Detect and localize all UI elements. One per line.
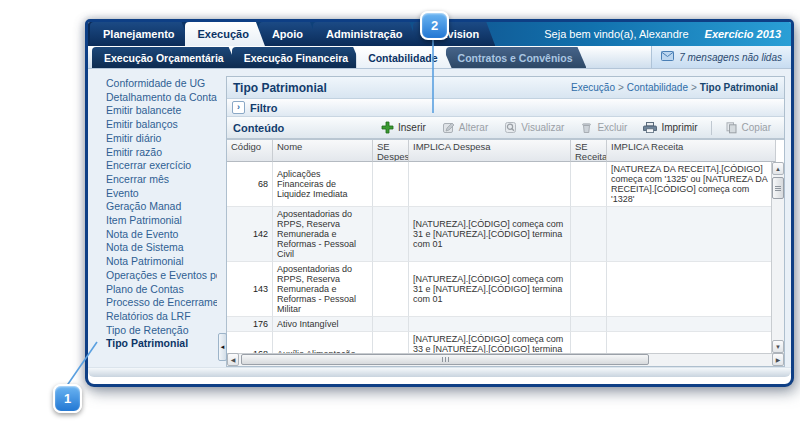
sidebar-item-geracao-manad[interactable]: Geração Manad	[93, 200, 217, 214]
sidebar-item-emitir-balancos[interactable]: Emitir balanços	[93, 118, 217, 132]
column-header-se-despesa[interactable]: SE Despesa	[373, 140, 409, 162]
sidebar-item-nota-de-sistema[interactable]: Nota de Sistema	[93, 241, 217, 255]
main-tab-label: Planejamento	[103, 28, 175, 40]
cell-implica-despesa: [NATUREZA].[CÓDIGO] começa com 33 e [NAT…	[409, 332, 571, 353]
panel-header: Tipo Patrimonial Execução>Contabilidade>…	[227, 77, 784, 99]
sidebar-collapse-handle[interactable]: ◄	[218, 333, 227, 361]
data-table: CódigoNomeSE DespesaIMPLICA DespesaSE Re…	[227, 139, 784, 366]
cell-text: [NATUREZA DA RECEITA].[CÓDIGO] começa co…	[611, 164, 771, 204]
alterar-button[interactable]: Alterar	[435, 120, 495, 135]
vertical-scroll-thumb[interactable]	[772, 177, 784, 199]
envelope-icon	[661, 51, 674, 63]
cell-se-despesa	[373, 332, 409, 353]
printer-icon	[643, 121, 657, 134]
cell-se-despesa	[373, 207, 409, 262]
breadcrumb-contabilidade[interactable]: Contabilidade	[627, 82, 688, 93]
table-row[interactable]: 168Auxílio Alimentação[NATUREZA].[CÓDIGO…	[227, 332, 771, 353]
sidebar-item-detalhamento-da-conta-contabil[interactable]: Detalhamento da Conta Contábil	[93, 91, 217, 105]
sub-tab-contratos-e-convenios[interactable]: Contratos e Convênios	[446, 47, 587, 68]
cell-se-receita	[571, 332, 607, 353]
inserir-button[interactable]: Inserir	[374, 120, 433, 135]
filter-expander-button[interactable]: ›	[232, 101, 245, 114]
sidebar-item-operacoes-e-eventos-por-conta[interactable]: Operações e Eventos por Conta	[93, 269, 217, 283]
table-row[interactable]: 176Ativo Intangível	[227, 317, 771, 332]
column-header-se-receita[interactable]: SE Receita	[571, 140, 607, 162]
table-row[interactable]: 68Aplicações Financeiras de Liquidez Ime…	[227, 162, 771, 207]
scroll-up-button[interactable]: ▲	[772, 162, 784, 175]
excluir-button[interactable]: Excluir	[573, 120, 634, 135]
sidebar-splitter[interactable]: ◄	[217, 76, 226, 367]
sidebar-menu: Conformidade de UGDetalhamento da Conta …	[93, 76, 217, 367]
table-row[interactable]: 142Aposentadorias do RPPS, Reserva Remun…	[227, 207, 771, 262]
sidebar-item-encerrar-exercicio[interactable]: Encerrar exercício	[93, 159, 217, 173]
sub-tab-label: Execução Orçamentária	[104, 52, 224, 64]
plus-icon	[381, 121, 394, 134]
sub-tab-execucao-orcamentaria[interactable]: Execução Orçamentária	[92, 47, 238, 68]
sidebar-item-emitir-diario[interactable]: Emitir diário	[93, 132, 217, 146]
cell-se-receita	[571, 207, 607, 262]
sidebar-item-nota-de-evento[interactable]: Nota de Evento	[93, 228, 217, 242]
horizontal-scroll-thumb[interactable]	[241, 354, 649, 365]
application-window: PlanejamentoExecuçãoApoioAdministraçãoFl…	[85, 19, 794, 387]
cell-implica-despesa	[409, 317, 571, 332]
cell-implica-despesa: [NATUREZA].[CÓDIGO] começa com 31 e [NAT…	[409, 207, 571, 262]
sidebar-item-tipo-patrimonial[interactable]: Tipo Patrimonial	[93, 337, 217, 351]
window-bottom-strip	[88, 367, 791, 377]
main-tab-planejamento[interactable]: Planejamento	[90, 22, 191, 46]
column-header-codigo[interactable]: Código	[227, 140, 273, 162]
scroll-left-button[interactable]: ◀	[227, 353, 239, 366]
sidebar-item-evento[interactable]: Evento	[93, 187, 217, 201]
column-header-nome[interactable]: Nome	[273, 140, 373, 162]
filter-label: Filtro	[250, 102, 278, 114]
sidebar-item-nota-patrimonial[interactable]: Nota Patrimonial	[93, 255, 217, 269]
chevron-right-icon: ›	[237, 103, 240, 112]
sidebar-item-processo-de-encerramento[interactable]: Processo de Encerramento	[93, 296, 217, 310]
scroll-down-button[interactable]: ▼	[772, 340, 784, 353]
horizontal-scrollbar[interactable]: ◀ ▶	[227, 353, 784, 366]
cell-text: [NATUREZA].[CÓDIGO] começa com 33 e [NAT…	[413, 334, 566, 353]
column-header-implica-receita[interactable]: IMPLICA Receita	[607, 140, 776, 162]
sub-tab-label: Contabilidade	[368, 52, 437, 64]
sidebar-item-emitir-razao[interactable]: Emitir razão	[93, 146, 217, 160]
sub-tab-execucao-financeira[interactable]: Execução Financeira	[232, 47, 362, 68]
cell-codigo: 176	[227, 317, 273, 332]
cell-text: Aplicações Financeiras de Liquidez Imedi…	[277, 169, 368, 199]
sidebar-item-conformidade-de-ug[interactable]: Conformidade de UG	[93, 77, 217, 91]
sidebar-item-emitir-balancete[interactable]: Emitir balancete	[93, 104, 217, 118]
filter-bar: › Filtro	[227, 99, 784, 117]
visualizar-button[interactable]: Visualizar	[497, 120, 571, 135]
unread-messages-chip[interactable]: 7 mensagens não lidas	[651, 46, 791, 68]
sidebar-item-relatorios-da-lrf[interactable]: Relatórios da LRF	[93, 310, 217, 324]
nav-right-area: Seja bem vindo(a), Alexandre Exercício 2…	[544, 22, 791, 46]
unread-messages-text: 7 mensagens não lidas	[679, 52, 782, 63]
trash-icon	[580, 121, 593, 134]
sidebar-item-tipo-de-retencao[interactable]: Tipo de Retenção	[93, 324, 217, 338]
imprimir-button[interactable]: Imprimir	[636, 120, 704, 135]
cell-implica-receita: [NATUREZA DA RECEITA].[CÓDIGO] começa co…	[607, 162, 771, 207]
vertical-scrollbar[interactable]: ▲ ▼	[771, 162, 784, 353]
table-row[interactable]: 143Aposentadorias do RPPS, Reserva Remun…	[227, 262, 771, 317]
sidebar-item-plano-de-contas[interactable]: Plano de Contas	[93, 283, 217, 297]
sidebar-item-item-patrimonial[interactable]: Item Patrimonial	[93, 214, 217, 228]
sub-tab-contabilidade[interactable]: Contabilidade	[356, 47, 451, 68]
cell-text: [NATUREZA].[CÓDIGO] começa com 31 e [NAT…	[413, 274, 566, 304]
cell-se-despesa	[373, 317, 409, 332]
copiar-button[interactable]: Copiar	[718, 120, 778, 135]
cell-codigo: 68	[227, 162, 273, 207]
toolbar-button-label: Alterar	[459, 122, 488, 133]
sub-tab-label: Execução Financeira	[244, 52, 348, 64]
breadcrumb-tipo-patrimonial: Tipo Patrimonial	[700, 82, 778, 93]
breadcrumb: Execução>Contabilidade>Tipo Patrimonial	[571, 82, 778, 93]
column-header-implica-despesa[interactable]: IMPLICA Despesa	[409, 140, 571, 162]
main-tab-apoio[interactable]: Apoio	[259, 22, 319, 46]
breadcrumb-execucao[interactable]: Execução	[571, 82, 615, 93]
sidebar-item-encerrar-mes[interactable]: Encerrar mês	[93, 173, 217, 187]
scroll-right-button[interactable]: ▶	[772, 353, 784, 366]
toolbar-button-label: Excluir	[597, 122, 627, 133]
cell-text: 143	[253, 284, 268, 294]
main-tab-administracao[interactable]: Administração	[313, 22, 418, 46]
main-tab-execucao[interactable]: Execução	[185, 22, 265, 46]
toolbar-button-label: Imprimir	[661, 122, 697, 133]
cell-se-receita	[571, 262, 607, 317]
main-tab-label: Execução	[198, 28, 249, 40]
